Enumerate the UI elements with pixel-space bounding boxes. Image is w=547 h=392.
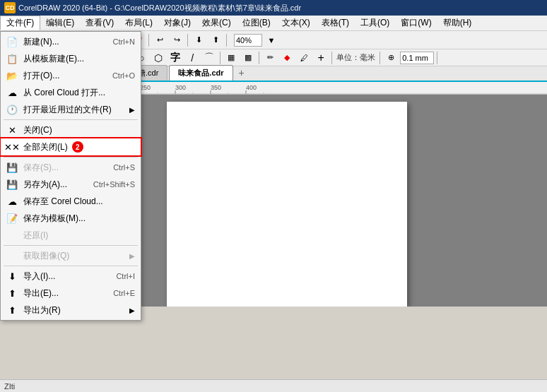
file-menu-item-save-template[interactable]: 📝保存为模板(M)... (1, 210, 141, 227)
menu-label-new-from-template: 从模板新建(E)... (23, 53, 84, 65)
menu-icon-save: 💾 (5, 160, 19, 174)
file-menu-item-open-recent[interactable]: 🕐打开最近用过的文件(R)▶ (1, 101, 141, 118)
zoom-dropdown-btn[interactable]: ▼ (264, 32, 279, 48)
tb-polygon-btn[interactable]: ⬡ (151, 50, 166, 66)
menu-item-effects[interactable]: 效果(C) (196, 16, 237, 30)
file-menu-item-save-cloud[interactable]: ☁保存至 Corel Cloud... (1, 193, 141, 210)
menu-bar: 文件(F)编辑(E)查看(V)布局(L)对象(J)效果(C)位图(B)文本(X)… (0, 16, 547, 31)
dropdown-menu-panel: 📄新建(N)...Ctrl+N📋从模板新建(E)...📂打开(O)...Ctrl… (0, 31, 141, 321)
sep-9 (331, 52, 332, 64)
tb-line-btn[interactable]: / (184, 50, 200, 66)
menu-icon-new: 📄 (5, 35, 19, 49)
zoom-input[interactable] (234, 34, 262, 47)
menu-item-object[interactable]: 对象(J) (158, 16, 196, 30)
menu-shortcut-save: Ctrl+S (99, 163, 135, 172)
tb-export-btn[interactable]: ⬆ (208, 32, 223, 48)
page-canvas (167, 102, 407, 307)
tb-import-btn[interactable]: ⬇ (191, 32, 206, 48)
tb-pattern-btn[interactable]: ▩ (240, 50, 256, 66)
tb-fill-btn[interactable]: ◆ (279, 50, 295, 66)
sep-10 (380, 52, 380, 64)
menu-icon-import: ⬇ (5, 269, 19, 283)
status-bar: ZIti (0, 379, 547, 392)
menu-shortcut-open: Ctrl+O (98, 71, 135, 80)
menu-icon-export: ⬆ (5, 286, 19, 300)
nudge-input[interactable] (400, 52, 434, 64)
tb-text-btn[interactable]: 字 (167, 50, 183, 66)
menu-icon-close: ✕ (5, 123, 19, 137)
menu-icon-save-as: 💾 (5, 177, 19, 191)
tb-curve-btn[interactable]: ⌒ (201, 50, 217, 66)
sep-11 (437, 52, 437, 64)
menu-shortcut-export: Ctrl+E (99, 289, 135, 297)
menu-shortcut-import: Ctrl+I (102, 272, 135, 280)
file-menu-dropdown: 📄新建(N)...Ctrl+N📋从模板新建(E)...📂打开(O)...Ctrl… (0, 31, 141, 321)
file-menu-item-save-as[interactable]: 💾另存为(A)...Ctrl+Shift+S (1, 176, 141, 193)
file-menu-item-export[interactable]: ⬆导出(E)...Ctrl+E (1, 285, 141, 302)
file-menu-item-new-from-template[interactable]: 📋从模板新建(E)... (1, 50, 141, 67)
menu-item-text[interactable]: 文本(X) (276, 16, 316, 30)
menu-item-file[interactable]: 文件(F) (0, 16, 40, 30)
menu-separator (4, 266, 138, 266)
file-menu-item-export-as[interactable]: ⬆导出为(R)▶ (1, 302, 141, 319)
file-menu-item-new[interactable]: 📄新建(N)...Ctrl+N (1, 33, 141, 50)
menu-label-save-template: 保存为模板(M)... (23, 213, 86, 225)
file-menu-item-save: 💾保存(S)...Ctrl+S (1, 159, 141, 176)
title-text: CorelDRAW 2020 (64-Bit) - G:\CorelDRAW20… (18, 3, 301, 13)
menu-badge-close-all: 2 (72, 141, 83, 153)
menu-item-layout[interactable]: 布局(L) (119, 16, 158, 30)
file-menu-item-close[interactable]: ✕关闭(C) (1, 121, 141, 138)
title-bar: CD CorelDRAW 2020 (64-Bit) - G:\CorelDRA… (0, 0, 547, 16)
file-menu-item-open[interactable]: 📂打开(O)...Ctrl+O (1, 67, 141, 84)
menu-item-edit[interactable]: 编辑(E) (40, 16, 80, 30)
sep-7 (220, 52, 220, 64)
menu-label-open-cloud: 从 Corel Cloud 打开... (23, 87, 105, 99)
menu-label-acquire: 获取图像(Q) (23, 250, 69, 262)
menu-icon-open-recent: 🕐 (5, 102, 19, 117)
menu-shortcut-new: Ctrl+N (99, 37, 135, 46)
menu-item-tools[interactable]: 工具(O) (355, 16, 395, 30)
menu-label-open-recent: 打开最近用过的文件(R) (23, 104, 112, 116)
menu-icon-open: 📂 (5, 69, 19, 83)
menu-label-close-all: 全部关闭(L) (23, 141, 68, 153)
file-menu-item-open-cloud[interactable]: ☁从 Corel Cloud 打开... (1, 84, 141, 101)
menu-separator (4, 157, 138, 158)
tb-pen-btn[interactable]: 🖊 (296, 50, 312, 66)
menu-icon-open-cloud: ☁ (5, 85, 19, 100)
menu-item-help[interactable]: 帮助(H) (437, 16, 478, 30)
svg-text:250: 250 (140, 84, 151, 91)
menu-shortcut-save-as: Ctrl+Shift+S (79, 180, 135, 189)
file-menu-item-revert: 还原(I) (1, 227, 141, 244)
menu-label-export-as: 导出为(R) (23, 304, 61, 316)
menu-icon-close-all: ✕✕ (5, 140, 19, 154)
menu-label-revert: 还原(I) (23, 230, 48, 242)
file-menu-item-close-all[interactable]: ✕✕全部关闭(L)2 (1, 138, 141, 155)
tb-align-btn[interactable]: ▦ (223, 50, 239, 66)
menu-item-table[interactable]: 表格(T) (316, 16, 355, 30)
tb-plus-btn[interactable]: + (313, 50, 329, 66)
menu-label-save: 保存(S)... (23, 162, 59, 174)
menu-icon-save-cloud: ☁ (5, 194, 19, 208)
tb-undo-btn[interactable]: ↩ (152, 32, 167, 48)
menu-item-view[interactable]: 查看(V) (80, 16, 119, 30)
unit-label: 单位：毫米 (335, 52, 377, 63)
sep-3 (148, 34, 149, 47)
menu-item-bitmap[interactable]: 位图(B) (237, 16, 276, 30)
tab-add-button[interactable]: + (235, 65, 249, 81)
svg-text:400: 400 (246, 84, 257, 91)
file-menu-item-import[interactable]: ⬇导入(I)...Ctrl+I (1, 268, 141, 285)
tab-food[interactable]: 味来食品.cdr (169, 65, 233, 81)
menu-label-import: 导入(I)... (23, 271, 55, 283)
menu-label-close: 关闭(C) (23, 124, 52, 136)
menu-icon-save-template: 📝 (5, 211, 19, 225)
menu-icon-export-as: ⬆ (5, 303, 19, 317)
menu-label-open: 打开(O)... (23, 70, 59, 82)
menu-item-window[interactable]: 窗口(W) (395, 16, 437, 30)
tb-pencil-btn[interactable]: ✏ (262, 50, 278, 66)
sep-4 (187, 34, 188, 47)
menu-separator (4, 245, 138, 246)
menu-label-save-cloud: 保存至 Corel Cloud... (23, 196, 103, 208)
file-menu-item-acquire: 获取图像(Q)▶ (1, 247, 141, 264)
sep-8 (259, 52, 259, 64)
tb-redo-btn[interactable]: ↪ (169, 32, 184, 48)
